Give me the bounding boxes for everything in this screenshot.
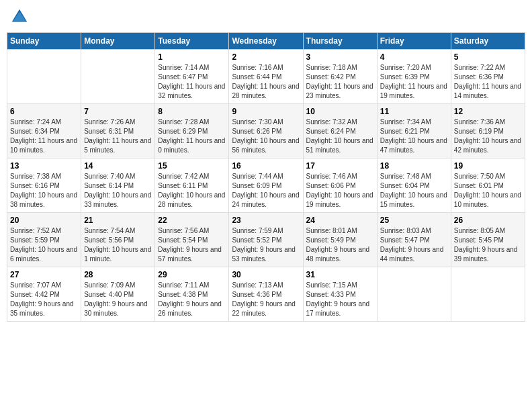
day-info: Sunrise: 7:44 AM Sunset: 6:09 PM Dayligh… bbox=[232, 172, 300, 210]
day-info: Sunrise: 7:16 AM Sunset: 6:44 PM Dayligh… bbox=[232, 63, 300, 101]
day-header-monday: Monday bbox=[81, 33, 155, 50]
calendar-week-row: 1Sunrise: 7:14 AM Sunset: 6:47 PM Daylig… bbox=[7, 50, 525, 104]
calendar-cell: 28Sunrise: 7:09 AM Sunset: 4:40 PM Dayli… bbox=[81, 267, 155, 322]
calendar-week-row: 27Sunrise: 7:07 AM Sunset: 4:42 PM Dayli… bbox=[7, 267, 525, 322]
calendar-cell: 11Sunrise: 7:34 AM Sunset: 6:21 PM Dayli… bbox=[377, 104, 451, 158]
day-info: Sunrise: 7:24 AM Sunset: 6:34 PM Dayligh… bbox=[10, 118, 78, 155]
calendar-cell: 25Sunrise: 8:03 AM Sunset: 5:47 PM Dayli… bbox=[377, 213, 451, 267]
day-info: Sunrise: 7:09 AM Sunset: 4:40 PM Dayligh… bbox=[84, 281, 152, 318]
day-header-friday: Friday bbox=[377, 33, 451, 50]
day-number: 26 bbox=[454, 216, 522, 225]
day-info: Sunrise: 7:15 AM Sunset: 4:33 PM Dayligh… bbox=[306, 281, 374, 318]
day-info: Sunrise: 7:14 AM Sunset: 6:47 PM Dayligh… bbox=[158, 63, 226, 101]
day-info: Sunrise: 7:52 AM Sunset: 5:59 PM Dayligh… bbox=[10, 226, 78, 264]
calendar-cell: 14Sunrise: 7:40 AM Sunset: 6:14 PM Dayli… bbox=[81, 158, 155, 213]
calendar-cell: 12Sunrise: 7:36 AM Sunset: 6:19 PM Dayli… bbox=[451, 104, 525, 158]
calendar-cell: 2Sunrise: 7:16 AM Sunset: 6:44 PM Daylig… bbox=[229, 50, 303, 104]
day-number: 24 bbox=[306, 216, 374, 225]
day-header-thursday: Thursday bbox=[303, 33, 377, 50]
calendar-cell: 24Sunrise: 8:01 AM Sunset: 5:49 PM Dayli… bbox=[303, 213, 377, 267]
day-number: 30 bbox=[232, 270, 300, 279]
day-number: 2 bbox=[232, 52, 300, 62]
calendar-cell: 30Sunrise: 7:13 AM Sunset: 4:36 PM Dayli… bbox=[229, 267, 303, 322]
day-number: 3 bbox=[306, 52, 374, 62]
day-number: 14 bbox=[84, 161, 152, 171]
day-info: Sunrise: 7:48 AM Sunset: 6:04 PM Dayligh… bbox=[380, 172, 448, 210]
day-number: 16 bbox=[232, 161, 300, 171]
day-number: 23 bbox=[232, 216, 300, 225]
day-number: 10 bbox=[306, 107, 374, 116]
calendar-cell: 22Sunrise: 7:56 AM Sunset: 5:54 PM Dayli… bbox=[155, 213, 229, 267]
calendar-cell: 29Sunrise: 7:11 AM Sunset: 4:38 PM Dayli… bbox=[155, 267, 229, 322]
day-info: Sunrise: 7:46 AM Sunset: 6:06 PM Dayligh… bbox=[306, 172, 374, 210]
day-number: 22 bbox=[158, 216, 226, 225]
calendar-cell: 4Sunrise: 7:20 AM Sunset: 6:39 PM Daylig… bbox=[377, 50, 451, 104]
day-number: 19 bbox=[454, 161, 522, 171]
day-info: Sunrise: 7:34 AM Sunset: 6:21 PM Dayligh… bbox=[380, 118, 448, 155]
day-info: Sunrise: 7:42 AM Sunset: 6:11 PM Dayligh… bbox=[158, 172, 226, 210]
page-header bbox=[7, 7, 525, 27]
day-info: Sunrise: 7:18 AM Sunset: 6:42 PM Dayligh… bbox=[306, 63, 374, 101]
calendar-cell: 20Sunrise: 7:52 AM Sunset: 5:59 PM Dayli… bbox=[7, 213, 81, 267]
day-info: Sunrise: 7:59 AM Sunset: 5:52 PM Dayligh… bbox=[232, 226, 300, 264]
day-info: Sunrise: 7:38 AM Sunset: 6:16 PM Dayligh… bbox=[10, 172, 78, 210]
day-info: Sunrise: 7:40 AM Sunset: 6:14 PM Dayligh… bbox=[84, 172, 152, 210]
day-number: 5 bbox=[454, 52, 522, 62]
calendar-cell: 19Sunrise: 7:50 AM Sunset: 6:01 PM Dayli… bbox=[451, 158, 525, 213]
day-info: Sunrise: 7:22 AM Sunset: 6:36 PM Dayligh… bbox=[454, 63, 522, 101]
day-info: Sunrise: 7:11 AM Sunset: 4:38 PM Dayligh… bbox=[158, 281, 226, 318]
day-number: 7 bbox=[84, 107, 152, 116]
day-info: Sunrise: 8:03 AM Sunset: 5:47 PM Dayligh… bbox=[380, 226, 448, 264]
calendar-cell: 27Sunrise: 7:07 AM Sunset: 4:42 PM Dayli… bbox=[7, 267, 81, 322]
calendar-cell: 1Sunrise: 7:14 AM Sunset: 6:47 PM Daylig… bbox=[155, 50, 229, 104]
day-number: 1 bbox=[158, 52, 226, 62]
logo bbox=[9, 7, 32, 27]
day-header-sunday: Sunday bbox=[7, 33, 81, 50]
calendar-cell: 15Sunrise: 7:42 AM Sunset: 6:11 PM Dayli… bbox=[155, 158, 229, 213]
day-info: Sunrise: 7:54 AM Sunset: 5:56 PM Dayligh… bbox=[84, 226, 152, 264]
calendar-week-row: 6Sunrise: 7:24 AM Sunset: 6:34 PM Daylig… bbox=[7, 104, 525, 158]
day-number: 6 bbox=[10, 107, 78, 116]
calendar-cell bbox=[377, 267, 451, 322]
day-number: 9 bbox=[232, 107, 300, 116]
calendar-cell: 6Sunrise: 7:24 AM Sunset: 6:34 PM Daylig… bbox=[7, 104, 81, 158]
day-number: 13 bbox=[10, 161, 78, 171]
day-number: 11 bbox=[380, 107, 448, 116]
day-number: 27 bbox=[10, 270, 78, 279]
day-info: Sunrise: 7:36 AM Sunset: 6:19 PM Dayligh… bbox=[454, 118, 522, 155]
day-number: 17 bbox=[306, 161, 374, 171]
day-info: Sunrise: 8:05 AM Sunset: 5:45 PM Dayligh… bbox=[454, 226, 522, 264]
day-number: 4 bbox=[380, 52, 448, 62]
logo-icon bbox=[9, 7, 30, 27]
calendar-week-row: 13Sunrise: 7:38 AM Sunset: 6:16 PM Dayli… bbox=[7, 158, 525, 213]
day-number: 29 bbox=[158, 270, 226, 279]
calendar-cell bbox=[7, 50, 81, 104]
day-number: 31 bbox=[306, 270, 374, 279]
day-info: Sunrise: 8:01 AM Sunset: 5:49 PM Dayligh… bbox=[306, 226, 374, 264]
day-header-saturday: Saturday bbox=[451, 33, 525, 50]
day-number: 28 bbox=[84, 270, 152, 279]
calendar-table: SundayMondayTuesdayWednesdayThursdayFrid… bbox=[7, 32, 525, 322]
calendar-cell: 9Sunrise: 7:30 AM Sunset: 6:26 PM Daylig… bbox=[229, 104, 303, 158]
calendar-cell: 10Sunrise: 7:32 AM Sunset: 6:24 PM Dayli… bbox=[303, 104, 377, 158]
day-info: Sunrise: 7:32 AM Sunset: 6:24 PM Dayligh… bbox=[306, 118, 374, 155]
day-info: Sunrise: 7:50 AM Sunset: 6:01 PM Dayligh… bbox=[454, 172, 522, 210]
day-number: 21 bbox=[84, 216, 152, 225]
day-info: Sunrise: 7:30 AM Sunset: 6:26 PM Dayligh… bbox=[232, 118, 300, 155]
calendar-cell: 18Sunrise: 7:48 AM Sunset: 6:04 PM Dayli… bbox=[377, 158, 451, 213]
calendar-cell: 31Sunrise: 7:15 AM Sunset: 4:33 PM Dayli… bbox=[303, 267, 377, 322]
calendar-cell bbox=[451, 267, 525, 322]
calendar-week-row: 20Sunrise: 7:52 AM Sunset: 5:59 PM Dayli… bbox=[7, 213, 525, 267]
calendar-cell: 13Sunrise: 7:38 AM Sunset: 6:16 PM Dayli… bbox=[7, 158, 81, 213]
calendar-header-row: SundayMondayTuesdayWednesdayThursdayFrid… bbox=[7, 33, 525, 50]
calendar-cell: 17Sunrise: 7:46 AM Sunset: 6:06 PM Dayli… bbox=[303, 158, 377, 213]
calendar-cell: 5Sunrise: 7:22 AM Sunset: 6:36 PM Daylig… bbox=[451, 50, 525, 104]
day-number: 18 bbox=[380, 161, 448, 171]
calendar-cell bbox=[81, 50, 155, 104]
calendar-cell: 16Sunrise: 7:44 AM Sunset: 6:09 PM Dayli… bbox=[229, 158, 303, 213]
calendar-cell: 8Sunrise: 7:28 AM Sunset: 6:29 PM Daylig… bbox=[155, 104, 229, 158]
day-number: 15 bbox=[158, 161, 226, 171]
day-info: Sunrise: 7:20 AM Sunset: 6:39 PM Dayligh… bbox=[380, 63, 448, 101]
day-info: Sunrise: 7:13 AM Sunset: 4:36 PM Dayligh… bbox=[232, 281, 300, 318]
day-header-tuesday: Tuesday bbox=[155, 33, 229, 50]
